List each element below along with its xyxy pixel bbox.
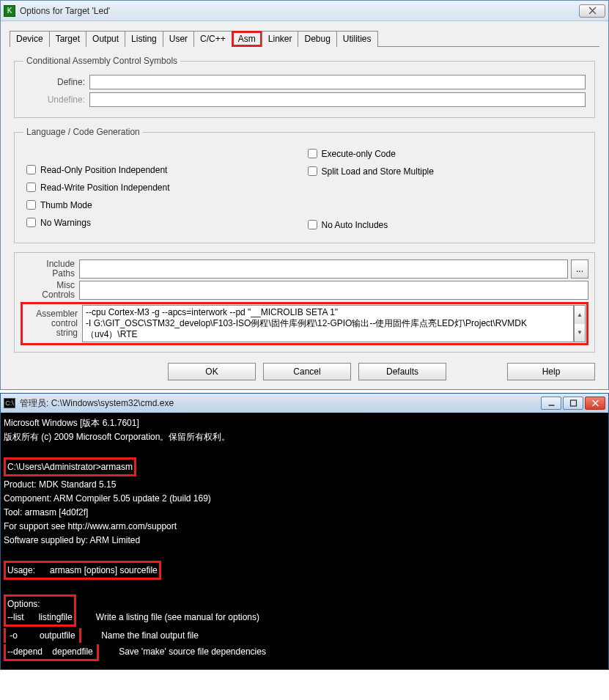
- chk-no-auto-includes[interactable]: No Auto Includes: [305, 218, 586, 232]
- define-label: Define:: [23, 77, 89, 87]
- tab-output[interactable]: Output: [86, 31, 125, 47]
- tab-debug[interactable]: Debug: [298, 31, 336, 47]
- chk-split-load-store[interactable]: Split Load and Store Multiple: [305, 164, 586, 178]
- chk-split-load-store-label: Split Load and Store Multiple: [322, 166, 434, 177]
- chk-readonly-pi[interactable]: Read-Only Position Independent: [23, 163, 305, 177]
- chk-no-auto-includes-label: No Auto Includes: [322, 220, 388, 230]
- app-icon: K: [4, 5, 15, 17]
- cmd-line: Component: ARM Compiler 5.05 update 2 (b…: [4, 493, 211, 504]
- chk-readwrite-pi-label: Read-Write Position Independent: [40, 183, 170, 193]
- close-button[interactable]: [579, 4, 605, 18]
- group-conditional-legend: Conditional Assembly Control Symbols: [23, 56, 180, 66]
- dialog-body: Conditional Assembly Control Symbols Def…: [1, 47, 608, 358]
- cancel-button[interactable]: Cancel: [263, 363, 351, 380]
- cmd-window: C:\ 管理员: C:\Windows\system32\cmd.exe Mic…: [0, 393, 609, 670]
- cmd-prompt-highlight: C:\Users\Administrator>armasm: [4, 457, 136, 476]
- tab-bar: Device Target Output Listing User C/C++ …: [10, 30, 599, 47]
- chk-thumb-mode-label: Thumb Mode: [40, 200, 92, 210]
- chk-readwrite-pi[interactable]: Read-Write Position Independent: [23, 180, 305, 194]
- group-lang-codegen: Language / Code Generation Read-Only Pos…: [14, 127, 595, 243]
- cmd-line: --depend dependfile: [7, 646, 95, 657]
- misc-controls-input[interactable]: [79, 281, 588, 300]
- tab-asm[interactable]: Asm: [232, 31, 262, 47]
- cmd-line: For support see http://www.arm.com/suppo…: [4, 521, 177, 531]
- chk-no-warnings[interactable]: No Warnings: [23, 215, 305, 229]
- cmd-options-highlight: Options: --list listingfile: [4, 594, 76, 627]
- cmd-close-button[interactable]: [585, 397, 605, 410]
- cmd-options-highlight-row: -o outputfile: [4, 628, 81, 643]
- cmd-usage-highlight: Usage: armasm [options] sourcefile: [4, 561, 161, 580]
- define-input[interactable]: [89, 75, 586, 89]
- chk-thumb-mode[interactable]: Thumb Mode: [23, 198, 305, 212]
- group-lang-legend: Language / Code Generation: [23, 127, 143, 137]
- cmd-line: -o outputfile: [7, 630, 78, 641]
- cmd-line: Write a listing file (see manual for opt…: [96, 612, 259, 622]
- svg-rect-0: [570, 400, 576, 406]
- cmd-options-highlight-row: --depend dependfile: [4, 644, 99, 661]
- tab-listing[interactable]: Listing: [125, 31, 163, 47]
- minimize-button[interactable]: [541, 397, 561, 410]
- tab-device[interactable]: Device: [10, 31, 50, 47]
- tab-target[interactable]: Target: [49, 31, 86, 47]
- chk-execute-only-label: Execute-only Code: [322, 149, 396, 159]
- include-paths-browse[interactable]: ...: [571, 259, 588, 279]
- defaults-button[interactable]: Defaults: [358, 363, 446, 380]
- titlebar: K Options for Target 'Led': [1, 1, 608, 21]
- include-paths-label: Include Paths: [21, 259, 79, 279]
- cmd-line: 版权所有 (c) 2009 Microsoft Corporation。保留所有…: [4, 432, 230, 442]
- cmd-line: Tool: armasm [4d0f2f]: [4, 507, 88, 517]
- cmd-icon: C:\: [4, 398, 15, 408]
- dialog-buttons: OK Cancel Defaults Help: [1, 358, 608, 389]
- spin-down-icon[interactable]: ▼: [575, 324, 585, 342]
- cmd-line: --list listingfile: [7, 612, 73, 622]
- cmd-title: 管理员: C:\Windows\system32\cmd.exe: [20, 397, 539, 410]
- tab-linker[interactable]: Linker: [262, 31, 299, 47]
- chk-execute-only[interactable]: Execute-only Code: [305, 147, 586, 161]
- cmd-line: Options:: [7, 599, 40, 609]
- help-button[interactable]: Help: [507, 363, 595, 380]
- lang-left-col: Read-Only Position Independent Read-Writ…: [23, 143, 305, 235]
- cmd-output[interactable]: Microsoft Windows [版本 6.1.7601] 版权所有 (c)…: [1, 413, 608, 669]
- assembler-control-string: --cpu Cortex-M3 -g --apcs=interwork --pd…: [82, 305, 574, 342]
- assembler-control-scroll[interactable]: ▲ ▼: [574, 305, 586, 342]
- include-paths-input[interactable]: [79, 259, 568, 279]
- maximize-button[interactable]: [563, 397, 583, 410]
- lang-right-col: Execute-only Code Split Load and Store M…: [305, 143, 586, 235]
- tab-ccpp[interactable]: C/C++: [193, 31, 232, 47]
- ok-button[interactable]: OK: [168, 363, 256, 380]
- cmd-titlebar: C:\ 管理员: C:\Windows\system32\cmd.exe: [1, 394, 608, 413]
- tab-user[interactable]: User: [163, 31, 194, 47]
- assembler-control-string-label: Assembler control string: [23, 305, 82, 342]
- chk-readonly-pi-label: Read-Only Position Independent: [40, 165, 167, 175]
- misc-controls-label: Misc Controls: [21, 281, 79, 300]
- undefine-label: Undefine:: [23, 95, 89, 105]
- group-paths: Include Paths ... Misc Controls Assemble…: [14, 252, 595, 353]
- cmd-line: Product: MDK Standard 5.15: [4, 479, 116, 490]
- cmd-line: Software supplied by: ARM Limited: [4, 535, 140, 545]
- cmd-line: Save 'make' source file dependencies: [119, 646, 266, 657]
- cmd-line: Name the final output file: [101, 630, 199, 641]
- group-conditional-symbols: Conditional Assembly Control Symbols Def…: [14, 56, 595, 118]
- spin-up-icon[interactable]: ▲: [575, 306, 585, 324]
- options-dialog: K Options for Target 'Led' Device Target…: [0, 0, 609, 390]
- tab-utilities[interactable]: Utilities: [336, 31, 378, 47]
- undefine-input: [89, 92, 586, 107]
- cmd-line: Microsoft Windows [版本 6.1.7601]: [4, 418, 139, 428]
- window-title: Options for Target 'Led': [20, 6, 579, 16]
- chk-no-warnings-label: No Warnings: [40, 218, 91, 228]
